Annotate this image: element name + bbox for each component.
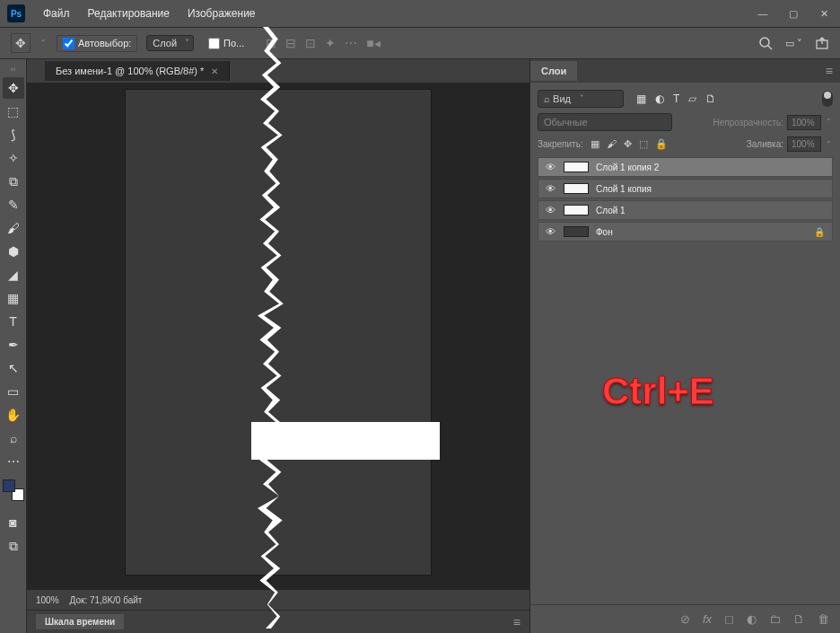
lock-icon: 🔒 bbox=[814, 227, 825, 237]
layer-name[interactable]: Слой 1 копия 2 bbox=[596, 163, 659, 172]
document-tab[interactable]: Без имени-1 @ 100% (RGB/8#) * ✕ bbox=[45, 61, 230, 81]
eraser-tool[interactable]: ◢ bbox=[3, 264, 24, 286]
close-button[interactable]: ✕ bbox=[815, 4, 833, 22]
timeline-tab[interactable]: Шкала времени bbox=[36, 614, 124, 629]
layers-panel: Слои ≡ ⌕ Вид ˅ ▦ ◐ T ▱ 🗋 Обычные Непрозр… bbox=[529, 59, 840, 633]
path-select-tool[interactable]: ↖ bbox=[3, 357, 24, 379]
magic-wand-tool[interactable]: ✧ bbox=[3, 147, 24, 169]
pen-tool[interactable]: ✒ bbox=[3, 334, 24, 356]
shape-tool[interactable]: ▭ bbox=[3, 381, 24, 402]
filter-type-select[interactable]: ⌕ Вид ˅ bbox=[538, 90, 624, 108]
workspace-switcher[interactable]: ▭ ˅ bbox=[785, 38, 802, 49]
toolbar-expand[interactable]: ›› bbox=[9, 63, 18, 75]
adjustment-icon[interactable]: ◐ bbox=[747, 612, 757, 626]
hand-tool[interactable]: ✋ bbox=[3, 404, 24, 426]
layer-row[interactable]: 👁 Фон 🔒 bbox=[538, 222, 833, 242]
filter-toggle[interactable] bbox=[822, 91, 833, 107]
menu-edit[interactable]: Редактирование bbox=[79, 7, 179, 20]
link-layers-icon[interactable]: ⊘ bbox=[680, 612, 690, 626]
visibility-icon[interactable]: 👁 bbox=[546, 226, 556, 237]
maximize-button[interactable]: ▢ bbox=[784, 4, 802, 22]
layers-list: 👁 Слой 1 копия 2 👁 Слой 1 копия 👁 Слой 1… bbox=[538, 157, 833, 242]
visibility-icon[interactable]: 👁 bbox=[546, 205, 556, 215]
visibility-icon[interactable]: 👁 bbox=[546, 183, 556, 194]
filter-pixel-icon[interactable]: ▦ bbox=[636, 92, 646, 105]
fill-dropdown[interactable]: ˅ bbox=[825, 138, 833, 151]
zoom-tool[interactable]: ⌕ bbox=[3, 427, 24, 449]
layer-thumb[interactable] bbox=[564, 183, 589, 194]
layer-row[interactable]: 👁 Слой 1 bbox=[538, 200, 833, 220]
screenmode-tool[interactable]: ⧉ bbox=[3, 535, 24, 557]
show-transform-input[interactable] bbox=[208, 38, 220, 49]
align-icon-4[interactable]: ✦ bbox=[325, 36, 336, 50]
layer-name[interactable]: Слой 1 копия bbox=[596, 184, 652, 194]
autoselect-target-select[interactable]: Слой bbox=[146, 35, 194, 51]
crop-tool[interactable]: ⧉ bbox=[3, 171, 24, 192]
lock-pixels-icon[interactable]: 🖌 bbox=[607, 138, 617, 150]
autoselect-input[interactable] bbox=[63, 38, 74, 49]
new-layer-icon[interactable]: 🗋 bbox=[793, 612, 805, 626]
layer-row[interactable]: 👁 Слой 1 копия bbox=[538, 179, 833, 198]
brush-tool[interactable]: 🖌 bbox=[3, 217, 24, 239]
layer-name[interactable]: Фон bbox=[596, 227, 613, 237]
quickmask-tool[interactable]: ◙ bbox=[3, 512, 24, 533]
canvas-viewport[interactable] bbox=[27, 83, 529, 590]
zoom-level[interactable]: 100% bbox=[36, 595, 59, 605]
layer-name[interactable]: Слой 1 bbox=[596, 206, 626, 215]
lock-transparency-icon[interactable]: ▦ bbox=[591, 138, 599, 150]
mask-icon[interactable]: ◻ bbox=[724, 612, 734, 626]
move-tool[interactable]: ✥ bbox=[3, 77, 24, 99]
3d-mode-icon[interactable]: ■◂ bbox=[366, 36, 380, 50]
blend-mode-select[interactable]: Обычные bbox=[538, 113, 672, 131]
edit-toolbar[interactable]: ⋯ bbox=[3, 451, 24, 472]
canvas[interactable] bbox=[126, 90, 431, 575]
align-icon-5[interactable]: ⋯ bbox=[345, 36, 357, 50]
menu-image[interactable]: Изображение bbox=[179, 7, 265, 20]
layers-tab[interactable]: Слои bbox=[530, 61, 577, 81]
stamp-tool[interactable]: ⬢ bbox=[3, 241, 24, 262]
filter-smartobj-icon[interactable]: 🗋 bbox=[705, 92, 716, 105]
opacity-dropdown[interactable]: ˅ bbox=[825, 116, 833, 128]
fill-input[interactable] bbox=[787, 136, 821, 152]
color-swatches[interactable] bbox=[3, 479, 24, 501]
gradient-tool[interactable]: ▦ bbox=[3, 287, 24, 309]
filter-shape-icon[interactable]: ▱ bbox=[688, 92, 696, 105]
marquee-tool[interactable]: ⬚ bbox=[3, 101, 24, 122]
layer-thumb[interactable] bbox=[564, 162, 589, 172]
panel-menu-icon[interactable]: ≡ bbox=[826, 64, 840, 78]
eyedropper-tool[interactable]: ✎ bbox=[3, 194, 24, 215]
visibility-icon[interactable]: 👁 bbox=[546, 162, 556, 172]
share-icon[interactable] bbox=[815, 36, 829, 50]
opacity-input[interactable] bbox=[787, 115, 821, 130]
search-icon[interactable] bbox=[758, 36, 773, 50]
layer-thumb[interactable] bbox=[564, 205, 589, 215]
timeline-menu-icon[interactable]: ≡ bbox=[513, 615, 521, 629]
filter-type-icon[interactable]: T bbox=[673, 92, 679, 105]
options-bar: ✥ ˅ Автовыбор: Слой По... ⊞ ⊟ ⊡ ✦ ⋯ ■◂ ▭… bbox=[0, 27, 840, 59]
type-tool[interactable]: T bbox=[3, 311, 24, 332]
tool-preset-dropdown[interactable]: ˅ bbox=[39, 37, 48, 49]
align-icon-2[interactable]: ⊟ bbox=[285, 36, 296, 50]
svg-point-0 bbox=[760, 38, 769, 47]
menu-file[interactable]: Файл bbox=[34, 7, 79, 20]
doc-info[interactable]: Док: 71,8K/0 байт bbox=[70, 595, 143, 605]
lasso-tool[interactable]: ⟆ bbox=[3, 124, 24, 145]
move-tool-preset-icon[interactable]: ✥ bbox=[11, 33, 31, 53]
svg-line-1 bbox=[768, 46, 772, 49]
delete-layer-icon[interactable]: 🗑 bbox=[818, 612, 829, 626]
align-icon-3[interactable]: ⊡ bbox=[305, 36, 316, 50]
filter-adjustment-icon[interactable]: ◐ bbox=[655, 92, 664, 105]
panel-tabstrip: Слои ≡ bbox=[530, 59, 840, 83]
autoselect-checkbox[interactable]: Автовыбор: bbox=[57, 35, 137, 52]
foreground-color[interactable] bbox=[3, 479, 15, 492]
close-tab-icon[interactable]: ✕ bbox=[211, 66, 218, 76]
group-icon[interactable]: 🗀 bbox=[769, 612, 781, 626]
fx-icon[interactable]: fx bbox=[703, 612, 712, 626]
lock-position-icon[interactable]: ✥ bbox=[624, 138, 632, 150]
lock-artboard-icon[interactable]: ⬚ bbox=[639, 138, 648, 150]
lock-all-icon[interactable]: 🔒 bbox=[655, 138, 668, 150]
minimize-button[interactable]: — bbox=[754, 4, 772, 22]
layer-row[interactable]: 👁 Слой 1 копия 2 bbox=[538, 157, 833, 177]
show-transform-checkbox[interactable]: По... bbox=[203, 36, 249, 51]
layer-thumb[interactable] bbox=[564, 226, 589, 237]
